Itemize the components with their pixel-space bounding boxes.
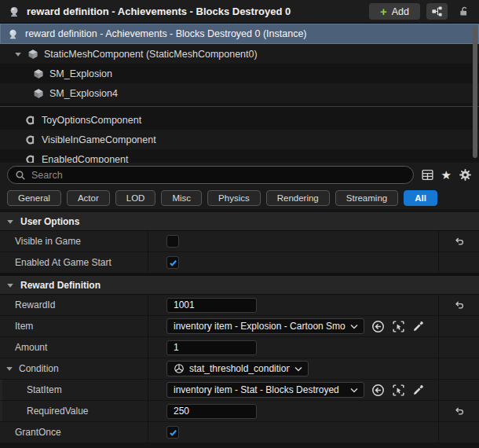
static-mesh-icon (33, 88, 44, 99)
filter-streaming[interactable]: Streaming (335, 190, 398, 206)
row-enabled-at-game-start: Enabled At Game Start (0, 252, 479, 274)
search-section: ★ (0, 163, 479, 187)
filter-lod[interactable]: LOD (115, 190, 156, 206)
amount-input[interactable] (166, 340, 257, 355)
row-condition: Condition stat_threshold_condition (0, 358, 479, 380)
tree-row-label: StaticMeshComponent (StaticMeshComponent… (44, 49, 258, 60)
prop-label: Enabled At Game Start (0, 252, 148, 273)
condition-dropdown[interactable]: stat_threshold_condition (166, 361, 309, 376)
item-dropdown-value: inventory item - Explosion - Cartoon Smo… (174, 321, 346, 332)
tree-row-sm-explosion4[interactable]: SM_Explosion4 (0, 83, 479, 103)
panel-title: reward definition - Achievements - Block… (27, 6, 363, 17)
use-selected-asset-icon[interactable] (371, 384, 385, 397)
tree-row-staticmeshcomponent[interactable]: StaticMeshComponent (StaticMeshComponent… (0, 44, 479, 64)
tree-separator (0, 103, 479, 110)
reset-arrow-icon[interactable] (454, 236, 465, 247)
row-statitem: StatItem inventory item - Stat - Blocks … (0, 380, 479, 401)
reset-arrow-icon[interactable] (454, 299, 465, 310)
filter-actor[interactable]: Actor (67, 190, 110, 206)
section-reward-definition[interactable]: Reward Definition (0, 276, 479, 295)
tree-row-label: reward definition - Achievements - Block… (25, 28, 307, 39)
blueprint-hierarchy-button[interactable] (426, 3, 448, 20)
star-icon[interactable]: ★ (441, 169, 452, 181)
sphere-icon (174, 363, 185, 374)
prop-label: Visible in Game (0, 231, 148, 252)
static-mesh-icon (27, 49, 38, 60)
tree-row-label: SM_Explosion (49, 68, 112, 79)
static-mesh-icon (33, 68, 44, 79)
tree-row-label: EnabledComponent (42, 154, 129, 163)
tree-row-instance[interactable]: reward definition - Achievements - Block… (0, 24, 479, 44)
unlock-icon (458, 6, 470, 17)
filter-physics[interactable]: Physics (207, 190, 261, 206)
chevron-down-icon (350, 324, 358, 329)
add-component-button[interactable]: + Add (369, 3, 420, 20)
reset-arrow-icon[interactable] (454, 406, 465, 417)
item-dropdown[interactable]: inventory item - Explosion - Cartoon Smo… (166, 318, 364, 334)
condition-dropdown-value: stat_threshold_condition (189, 363, 290, 374)
statitem-dropdown-value: inventory item - Stat - Blocks Destroyed (174, 384, 346, 395)
visible-in-game-checkbox[interactable] (166, 235, 179, 248)
actor-icon (8, 6, 20, 18)
chevron-down-icon (350, 387, 358, 393)
use-selected-asset-icon[interactable] (371, 320, 385, 333)
row-item: Item inventory item - Explosion - Cartoo… (0, 316, 479, 337)
tree-row-visibleingamecomponent[interactable]: VisibleInGameComponent (0, 130, 479, 149)
component-tree: reward definition - Achievements - Block… (0, 23, 479, 163)
hierarchy-icon (431, 6, 443, 17)
grid-view-icon[interactable] (421, 168, 434, 182)
row-amount: Amount (0, 337, 479, 358)
checkmark-icon (169, 259, 177, 267)
add-plus-icon: + (380, 6, 387, 17)
lock-panel-button[interactable] (454, 3, 473, 20)
caret-down-icon[interactable] (5, 365, 13, 373)
requiredvalue-input[interactable] (166, 404, 257, 419)
property-list: User Options Visible in Game Enabled At … (0, 209, 479, 448)
rewardid-input[interactable] (166, 298, 257, 313)
gear-icon[interactable] (459, 168, 472, 182)
prop-label: RequiredValue (0, 401, 148, 421)
component-icon (25, 115, 36, 126)
prop-label: GrantOnce (0, 422, 148, 442)
filter-misc[interactable]: Misc (161, 190, 202, 206)
statitem-dropdown[interactable]: inventory item - Stat - Blocks Destroyed (166, 382, 364, 398)
tree-row-toyoptionscomponent[interactable]: ToyOptionsComponent (0, 110, 479, 130)
row-grantonce: GrantOnce (0, 422, 479, 443)
chevron-down-icon (294, 366, 302, 372)
row-requiredvalue: RequiredValue (0, 401, 479, 422)
filter-bar: General Actor LOD Misc Physics Rendering… (0, 187, 479, 209)
search-icon (15, 170, 26, 181)
prop-label: StatItem (0, 380, 148, 400)
tree-row-sm-explosion[interactable]: SM_Explosion (0, 64, 479, 83)
checkmark-icon (169, 428, 177, 437)
section-user-options[interactable]: User Options (0, 212, 479, 231)
eyedropper-icon[interactable] (412, 320, 425, 332)
prop-label: RewardId (0, 295, 148, 315)
enabled-at-game-start-checkbox[interactable] (166, 256, 179, 269)
prop-label: Condition (19, 363, 59, 374)
panel-header: reward definition - Achievements - Block… (0, 0, 479, 23)
row-rewardid: RewardId (0, 295, 479, 316)
caret-down-icon[interactable] (14, 50, 22, 58)
tree-scrollbar[interactable] (473, 26, 477, 158)
prop-label: Amount (0, 337, 148, 358)
caret-down-icon (6, 281, 14, 289)
pick-asset-icon[interactable] (392, 384, 405, 397)
pick-asset-icon[interactable] (392, 320, 405, 333)
filter-all[interactable]: All (404, 190, 437, 206)
actor-icon (7, 28, 19, 40)
tree-row-label: SM_Explosion4 (49, 88, 118, 99)
filter-general[interactable]: General (7, 190, 61, 206)
search-field[interactable] (31, 170, 406, 181)
eyedropper-icon[interactable] (412, 384, 425, 396)
prop-label: Item (0, 316, 148, 336)
component-icon (25, 134, 36, 145)
filter-rendering[interactable]: Rendering (266, 190, 330, 206)
grantonce-checkbox[interactable] (166, 426, 179, 439)
tree-row-label: VisibleInGameComponent (42, 134, 156, 145)
search-input[interactable] (7, 166, 414, 184)
row-visible-in-game: Visible in Game (0, 231, 479, 252)
tree-row-enabledcomponent[interactable]: EnabledComponent (0, 149, 479, 163)
tree-row-label: ToyOptionsComponent (42, 115, 141, 126)
component-icon (25, 154, 36, 163)
